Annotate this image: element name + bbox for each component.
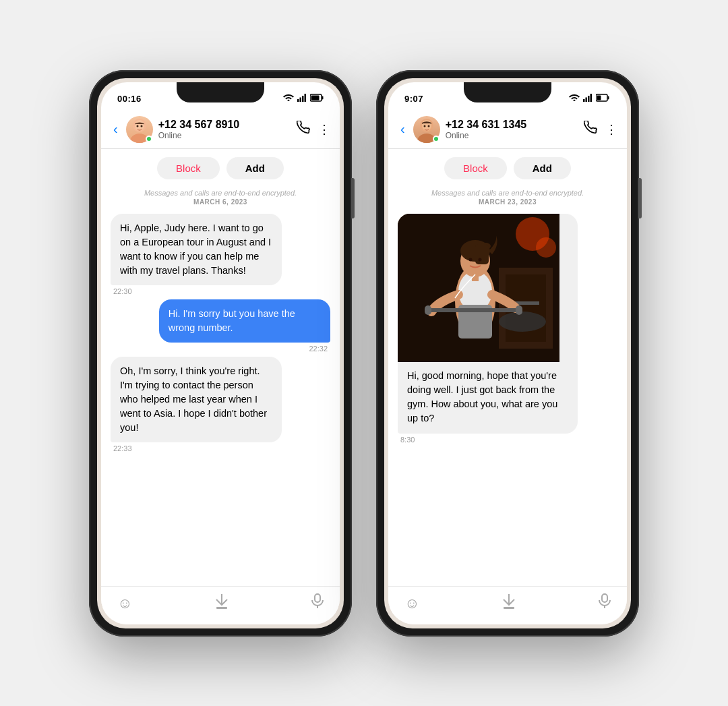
encryption-notice-right: Messages and calls are end-to-end encryp… bbox=[388, 185, 627, 207]
message-time-2: 22:33 bbox=[111, 444, 135, 452]
date-stamp-right: MARCH 23, 2023 bbox=[399, 198, 616, 206]
signal-icon-left bbox=[297, 94, 307, 104]
phone-call-icon-right[interactable] bbox=[584, 121, 597, 138]
svg-rect-6 bbox=[311, 96, 320, 100]
svg-point-9 bbox=[135, 120, 144, 131]
online-dot-right bbox=[433, 136, 439, 142]
back-button-right[interactable]: ‹ bbox=[398, 120, 408, 138]
attachment-icon-right[interactable] bbox=[503, 593, 515, 614]
svg-point-25 bbox=[423, 125, 425, 127]
emoji-icon-left[interactable]: ☺ bbox=[117, 595, 132, 612]
add-button-right[interactable]: Add bbox=[514, 157, 571, 179]
message-time-1: 22:32 bbox=[306, 345, 330, 353]
bubble-text-image: Hi, good morning, hope that you're doing… bbox=[398, 362, 578, 425]
svg-rect-46 bbox=[425, 305, 431, 315]
bottom-bar-left: ☺ bbox=[101, 586, 340, 624]
side-button-right bbox=[638, 178, 642, 218]
mic-icon-right[interactable] bbox=[599, 593, 611, 614]
header-actions-right: ⋮ bbox=[584, 121, 617, 138]
block-button-left[interactable]: Block bbox=[157, 157, 220, 179]
message-row-image: Hi, good morning, hope that you're doing… bbox=[398, 214, 617, 444]
svg-rect-49 bbox=[602, 594, 607, 602]
svg-rect-12 bbox=[216, 607, 227, 609]
signal-icon-right bbox=[583, 94, 593, 104]
add-button-left[interactable]: Add bbox=[226, 157, 284, 179]
messages-area-right[interactable]: Hi, good morning, hope that you're doing… bbox=[388, 207, 627, 586]
message-time-0: 22:30 bbox=[111, 287, 135, 295]
contact-number-left: +12 34 567 8910 bbox=[158, 119, 291, 131]
svg-rect-16 bbox=[586, 98, 588, 102]
emoji-icon-right[interactable]: ☺ bbox=[404, 595, 419, 612]
svg-rect-15 bbox=[583, 99, 585, 102]
svg-rect-45 bbox=[425, 308, 522, 312]
contact-number-right: +12 34 631 1345 bbox=[446, 119, 578, 131]
chat-header-right: ‹ bbox=[388, 112, 627, 149]
svg-rect-5 bbox=[322, 96, 324, 100]
svg-point-43 bbox=[469, 258, 473, 261]
attachment-icon-left[interactable] bbox=[216, 593, 228, 614]
svg-point-11 bbox=[140, 125, 142, 127]
more-icon-left[interactable]: ⋮ bbox=[318, 122, 330, 137]
message-row-1: Hi. I'm sorry but you have the wrong num… bbox=[111, 299, 330, 353]
svg-point-44 bbox=[479, 258, 482, 261]
notch-left bbox=[177, 82, 264, 102]
encryption-notice-left: Messages and calls are end-to-end encryp… bbox=[101, 185, 340, 207]
messages-area-left[interactable]: Hi, Apple, Judy here. I want to go on a … bbox=[101, 207, 340, 586]
svg-rect-3 bbox=[305, 94, 307, 102]
date-stamp-left: MARCH 6, 2023 bbox=[112, 198, 329, 206]
phones-container: 00:16 bbox=[89, 70, 639, 637]
phone-inner-left: 00:16 bbox=[97, 78, 344, 628]
svg-rect-0 bbox=[297, 99, 299, 102]
chat-header-left: ‹ bbox=[101, 112, 340, 149]
bubble-received-0: Hi, Apple, Judy here. I want to go on a … bbox=[111, 214, 282, 285]
image-bubble-right: Hi, good morning, hope that you're doing… bbox=[398, 214, 578, 434]
status-icons-left bbox=[283, 94, 324, 104]
phone-call-icon-left[interactable] bbox=[297, 121, 310, 138]
notch-right bbox=[464, 82, 551, 102]
status-time-left: 00:16 bbox=[117, 94, 142, 104]
status-time-right: 9:07 bbox=[404, 94, 423, 104]
bubble-image-right bbox=[398, 214, 559, 362]
side-button-left bbox=[351, 178, 355, 218]
svg-point-26 bbox=[427, 125, 429, 127]
phone-left: 00:16 bbox=[89, 70, 352, 637]
svg-rect-42 bbox=[475, 244, 489, 264]
svg-rect-48 bbox=[504, 607, 514, 609]
svg-rect-21 bbox=[597, 96, 601, 100]
avatar-container-right bbox=[413, 116, 440, 143]
status-icons-right bbox=[569, 94, 611, 104]
message-time-image: 8:30 bbox=[398, 436, 417, 444]
phone-screen-left: 00:16 bbox=[101, 82, 340, 624]
action-buttons-left: Block Add bbox=[101, 149, 340, 185]
more-icon-right[interactable]: ⋮ bbox=[605, 122, 617, 137]
action-buttons-right: Block Add bbox=[388, 149, 627, 185]
back-button-left[interactable]: ‹ bbox=[111, 120, 121, 138]
online-dot-left bbox=[146, 136, 152, 142]
svg-rect-13 bbox=[315, 594, 320, 602]
message-row-2: Oh, I'm sorry, I think you're right. I'm… bbox=[111, 357, 330, 452]
encryption-text-right: Messages and calls are end-to-end encryp… bbox=[399, 189, 616, 197]
avatar-container-left bbox=[126, 116, 153, 143]
phone-shell-right: 9:07 bbox=[376, 70, 639, 637]
message-row-0: Hi, Apple, Judy here. I want to go on a … bbox=[111, 214, 330, 295]
wifi-icon-right bbox=[569, 94, 580, 104]
svg-point-33 bbox=[499, 312, 546, 332]
contact-info-right: +12 34 631 1345 Online bbox=[446, 119, 578, 140]
svg-rect-2 bbox=[302, 96, 304, 102]
phone-shell-left: 00:16 bbox=[89, 70, 352, 637]
svg-rect-17 bbox=[588, 96, 590, 102]
mic-icon-left[interactable] bbox=[311, 593, 324, 614]
phone-inner-right: 9:07 bbox=[384, 78, 631, 628]
contact-info-left: +12 34 567 8910 Online bbox=[158, 119, 291, 140]
battery-icon-right bbox=[596, 94, 611, 104]
svg-rect-18 bbox=[590, 94, 593, 102]
bubble-sent-0: Hi. I'm sorry but you have the wrong num… bbox=[159, 299, 330, 343]
svg-point-30 bbox=[536, 237, 556, 258]
svg-rect-20 bbox=[608, 96, 609, 100]
wifi-icon-left bbox=[283, 94, 294, 104]
svg-rect-47 bbox=[516, 305, 522, 315]
svg-point-10 bbox=[136, 125, 138, 127]
phone-screen-right: 9:07 bbox=[388, 82, 627, 624]
svg-rect-1 bbox=[300, 98, 302, 102]
block-button-right[interactable]: Block bbox=[444, 157, 507, 179]
